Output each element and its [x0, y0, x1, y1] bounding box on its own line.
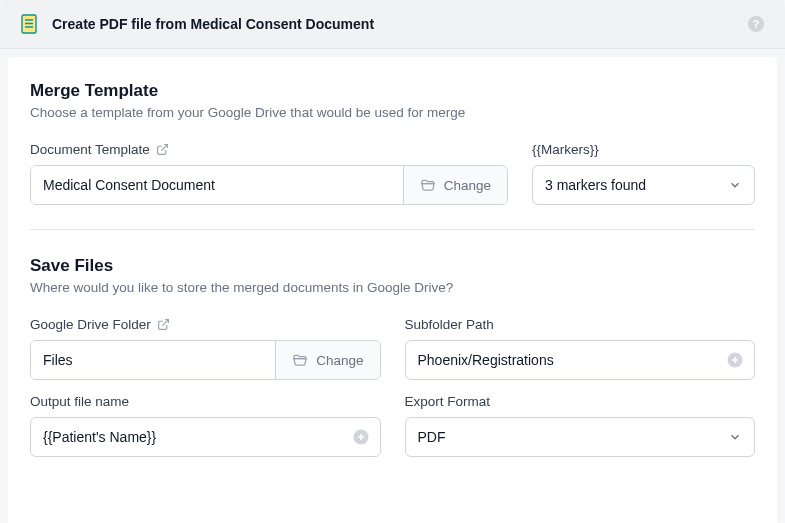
- merge-section-desc: Choose a template from your Google Drive…: [30, 105, 755, 120]
- save-section-desc: Where would you like to store the merged…: [30, 280, 755, 295]
- output-name-input[interactable]: [43, 429, 368, 445]
- document-template-field: Document Template Medical Consent Docume…: [30, 142, 508, 205]
- svg-line-7: [162, 320, 168, 326]
- svg-line-6: [161, 145, 167, 151]
- save-section-title: Save Files: [30, 256, 755, 276]
- document-icon: [20, 14, 40, 34]
- change-template-button[interactable]: Change: [403, 166, 507, 204]
- folder-open-icon: [292, 352, 308, 368]
- document-template-value: Medical Consent Document: [31, 166, 403, 204]
- export-format-dropdown[interactable]: PDF: [405, 417, 756, 457]
- merge-section: Merge Template Choose a template from yo…: [30, 81, 755, 205]
- chevron-down-icon: [728, 178, 742, 192]
- document-template-label: Document Template: [30, 142, 508, 157]
- output-name-label: Output file name: [30, 394, 381, 409]
- help-icon[interactable]: ?: [747, 15, 765, 33]
- export-format-field: Export Format PDF: [405, 394, 756, 457]
- output-name-input-wrap: [30, 417, 381, 457]
- markers-dropdown[interactable]: 3 markers found: [532, 165, 755, 205]
- markers-label: {{Markers}}: [532, 142, 755, 157]
- plus-circle-icon[interactable]: [726, 351, 744, 369]
- panel-title: Create PDF file from Medical Consent Doc…: [52, 16, 747, 32]
- external-link-icon[interactable]: [157, 318, 170, 331]
- markers-value: 3 markers found: [545, 177, 646, 193]
- subfolder-field: Subfolder Path: [405, 317, 756, 380]
- section-divider: [30, 229, 755, 230]
- plus-circle-icon[interactable]: [352, 428, 370, 446]
- panel-header: Create PDF file from Medical Consent Doc…: [0, 0, 785, 49]
- drive-folder-input-group: Files Change: [30, 340, 381, 380]
- document-template-input-group: Medical Consent Document Change: [30, 165, 508, 205]
- subfolder-label: Subfolder Path: [405, 317, 756, 332]
- export-format-value: PDF: [418, 429, 446, 445]
- export-format-label: Export Format: [405, 394, 756, 409]
- save-section: Save Files Where would you like to store…: [30, 256, 755, 457]
- drive-folder-label-text: Google Drive Folder: [30, 317, 151, 332]
- drive-folder-label: Google Drive Folder: [30, 317, 381, 332]
- change-folder-label: Change: [316, 353, 363, 368]
- merge-section-title: Merge Template: [30, 81, 755, 101]
- chevron-down-icon: [728, 430, 742, 444]
- panel-body: Merge Template Choose a template from yo…: [8, 57, 777, 523]
- markers-field: {{Markers}} 3 markers found: [532, 142, 755, 205]
- external-link-icon[interactable]: [156, 143, 169, 156]
- change-template-label: Change: [444, 178, 491, 193]
- svg-text:?: ?: [753, 18, 760, 30]
- folder-open-icon: [420, 177, 436, 193]
- drive-folder-value: Files: [31, 341, 275, 379]
- config-panel: Create PDF file from Medical Consent Doc…: [0, 0, 785, 523]
- document-template-label-text: Document Template: [30, 142, 150, 157]
- output-name-field: Output file name: [30, 394, 381, 457]
- subfolder-input-wrap: [405, 340, 756, 380]
- subfolder-input[interactable]: [418, 352, 743, 368]
- drive-folder-field: Google Drive Folder Files: [30, 317, 381, 380]
- change-folder-button[interactable]: Change: [275, 341, 379, 379]
